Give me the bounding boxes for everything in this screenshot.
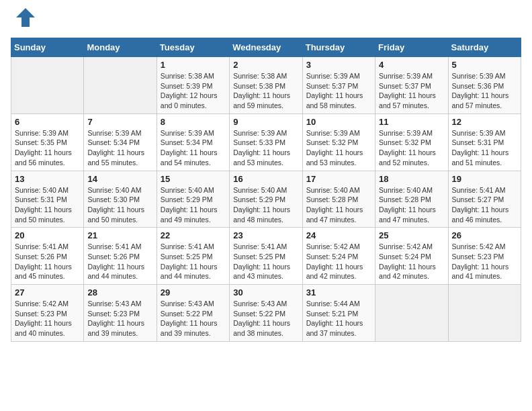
day-number: 8 (161, 117, 226, 127)
day-number: 12 (452, 117, 517, 127)
calendar-cell: 8Sunrise: 5:39 AM Sunset: 5:34 PM Daylig… (157, 113, 229, 171)
day-of-week-header: Thursday (302, 38, 375, 57)
day-info: Sunrise: 5:42 AM Sunset: 5:23 PM Dayligh… (15, 299, 80, 338)
logo (11, 11, 38, 30)
calendar-cell: 17Sunrise: 5:40 AM Sunset: 5:28 PM Dayli… (302, 171, 375, 228)
day-info: Sunrise: 5:41 AM Sunset: 5:27 PM Dayligh… (452, 185, 517, 225)
calendar-cell: 21Sunrise: 5:41 AM Sunset: 5:26 PM Dayli… (84, 228, 157, 285)
day-info: Sunrise: 5:39 AM Sunset: 5:34 PM Dayligh… (161, 128, 226, 168)
day-number: 19 (452, 174, 517, 184)
day-number: 25 (379, 230, 444, 240)
day-number: 5 (452, 60, 517, 70)
day-number: 31 (306, 287, 371, 298)
day-number: 10 (306, 117, 371, 127)
calendar-cell: 4Sunrise: 5:39 AM Sunset: 5:37 PM Daylig… (375, 57, 448, 114)
day-info: Sunrise: 5:40 AM Sunset: 5:30 PM Dayligh… (87, 185, 152, 225)
day-number: 21 (87, 230, 152, 240)
calendar-cell: 15Sunrise: 5:40 AM Sunset: 5:29 PM Dayli… (157, 171, 229, 228)
day-info: Sunrise: 5:39 AM Sunset: 5:32 PM Dayligh… (379, 128, 444, 168)
day-number: 26 (452, 230, 517, 240)
day-info: Sunrise: 5:40 AM Sunset: 5:29 PM Dayligh… (233, 185, 298, 225)
calendar-table: SundayMondayTuesdayWednesdayThursdayFrid… (11, 38, 521, 342)
calendar-cell: 27Sunrise: 5:42 AM Sunset: 5:23 PM Dayli… (11, 285, 84, 342)
day-number: 9 (233, 117, 298, 127)
day-info: Sunrise: 5:39 AM Sunset: 5:35 PM Dayligh… (15, 128, 80, 168)
day-of-week-header: Wednesday (230, 38, 302, 57)
calendar-cell (448, 285, 521, 342)
day-info: Sunrise: 5:41 AM Sunset: 5:26 PM Dayligh… (15, 242, 80, 281)
day-number: 4 (379, 60, 444, 70)
calendar-cell: 20Sunrise: 5:41 AM Sunset: 5:26 PM Dayli… (11, 228, 84, 285)
calendar-cell: 6Sunrise: 5:39 AM Sunset: 5:35 PM Daylig… (11, 113, 84, 171)
calendar-cell: 10Sunrise: 5:39 AM Sunset: 5:32 PM Dayli… (302, 113, 375, 171)
calendar-cell: 5Sunrise: 5:39 AM Sunset: 5:36 PM Daylig… (448, 57, 521, 114)
day-info: Sunrise: 5:39 AM Sunset: 5:32 PM Dayligh… (306, 128, 371, 168)
svg-marker-0 (16, 8, 35, 27)
day-info: Sunrise: 5:38 AM Sunset: 5:39 PM Dayligh… (161, 71, 226, 111)
day-number: 13 (15, 174, 80, 184)
calendar-cell: 13Sunrise: 5:40 AM Sunset: 5:31 PM Dayli… (11, 171, 84, 228)
day-info: Sunrise: 5:44 AM Sunset: 5:21 PM Dayligh… (306, 299, 371, 338)
calendar-cell: 1Sunrise: 5:38 AM Sunset: 5:39 PM Daylig… (157, 57, 229, 114)
day-info: Sunrise: 5:41 AM Sunset: 5:25 PM Dayligh… (233, 242, 298, 281)
day-number: 20 (15, 230, 80, 240)
calendar-cell: 16Sunrise: 5:40 AM Sunset: 5:29 PM Dayli… (230, 171, 302, 228)
day-info: Sunrise: 5:39 AM Sunset: 5:34 PM Dayligh… (87, 128, 152, 168)
day-info: Sunrise: 5:39 AM Sunset: 5:31 PM Dayligh… (452, 128, 517, 168)
day-number: 27 (15, 287, 80, 298)
day-info: Sunrise: 5:43 AM Sunset: 5:22 PM Dayligh… (161, 299, 226, 338)
day-number: 7 (87, 117, 152, 127)
calendar-cell (375, 285, 448, 342)
day-info: Sunrise: 5:40 AM Sunset: 5:29 PM Dayligh… (161, 185, 226, 225)
calendar-cell: 14Sunrise: 5:40 AM Sunset: 5:30 PM Dayli… (84, 171, 157, 228)
day-info: Sunrise: 5:40 AM Sunset: 5:31 PM Dayligh… (15, 185, 80, 225)
day-number: 11 (379, 117, 444, 127)
calendar-cell: 7Sunrise: 5:39 AM Sunset: 5:34 PM Daylig… (84, 113, 157, 171)
logo-icon (13, 5, 38, 30)
day-number: 29 (161, 287, 226, 298)
day-number: 14 (87, 174, 152, 184)
day-info: Sunrise: 5:42 AM Sunset: 5:23 PM Dayligh… (452, 242, 517, 281)
day-number: 15 (161, 174, 226, 184)
calendar-cell: 12Sunrise: 5:39 AM Sunset: 5:31 PM Dayli… (448, 113, 521, 171)
day-number: 3 (306, 60, 371, 70)
calendar-cell: 9Sunrise: 5:39 AM Sunset: 5:33 PM Daylig… (230, 113, 302, 171)
calendar-cell: 30Sunrise: 5:43 AM Sunset: 5:22 PM Dayli… (230, 285, 302, 342)
calendar-cell: 11Sunrise: 5:39 AM Sunset: 5:32 PM Dayli… (375, 113, 448, 171)
day-of-week-header: Sunday (11, 38, 84, 57)
calendar-cell (84, 57, 157, 114)
day-number: 16 (233, 174, 298, 184)
calendar-cell (11, 57, 84, 114)
day-info: Sunrise: 5:39 AM Sunset: 5:37 PM Dayligh… (306, 71, 371, 111)
day-info: Sunrise: 5:39 AM Sunset: 5:36 PM Dayligh… (452, 71, 517, 111)
calendar-header: SundayMondayTuesdayWednesdayThursdayFrid… (11, 38, 521, 57)
day-of-week-header: Saturday (448, 38, 521, 57)
calendar-cell: 25Sunrise: 5:42 AM Sunset: 5:24 PM Dayli… (375, 228, 448, 285)
day-number: 2 (233, 60, 298, 70)
calendar-cell: 26Sunrise: 5:42 AM Sunset: 5:23 PM Dayli… (448, 228, 521, 285)
day-info: Sunrise: 5:40 AM Sunset: 5:28 PM Dayligh… (306, 185, 371, 225)
calendar-cell: 28Sunrise: 5:43 AM Sunset: 5:23 PM Dayli… (84, 285, 157, 342)
calendar-cell: 23Sunrise: 5:41 AM Sunset: 5:25 PM Dayli… (230, 228, 302, 285)
day-number: 18 (379, 174, 444, 184)
calendar-cell: 3Sunrise: 5:39 AM Sunset: 5:37 PM Daylig… (302, 57, 375, 114)
day-info: Sunrise: 5:42 AM Sunset: 5:24 PM Dayligh… (306, 242, 371, 281)
day-info: Sunrise: 5:39 AM Sunset: 5:37 PM Dayligh… (379, 71, 444, 111)
day-number: 23 (233, 230, 298, 240)
day-info: Sunrise: 5:39 AM Sunset: 5:33 PM Dayligh… (233, 128, 298, 168)
calendar-cell: 24Sunrise: 5:42 AM Sunset: 5:24 PM Dayli… (302, 228, 375, 285)
day-number: 1 (161, 60, 226, 70)
page-header (11, 11, 521, 30)
day-info: Sunrise: 5:40 AM Sunset: 5:28 PM Dayligh… (379, 185, 444, 225)
day-of-week-header: Friday (375, 38, 448, 57)
calendar-cell: 18Sunrise: 5:40 AM Sunset: 5:28 PM Dayli… (375, 171, 448, 228)
day-number: 30 (233, 287, 298, 298)
calendar-cell: 29Sunrise: 5:43 AM Sunset: 5:22 PM Dayli… (157, 285, 229, 342)
day-info: Sunrise: 5:43 AM Sunset: 5:22 PM Dayligh… (233, 299, 298, 338)
day-number: 6 (15, 117, 80, 127)
calendar-cell: 19Sunrise: 5:41 AM Sunset: 5:27 PM Dayli… (448, 171, 521, 228)
day-number: 28 (87, 287, 152, 298)
day-of-week-header: Monday (84, 38, 157, 57)
calendar-cell: 31Sunrise: 5:44 AM Sunset: 5:21 PM Dayli… (302, 285, 375, 342)
day-info: Sunrise: 5:43 AM Sunset: 5:23 PM Dayligh… (87, 299, 152, 338)
